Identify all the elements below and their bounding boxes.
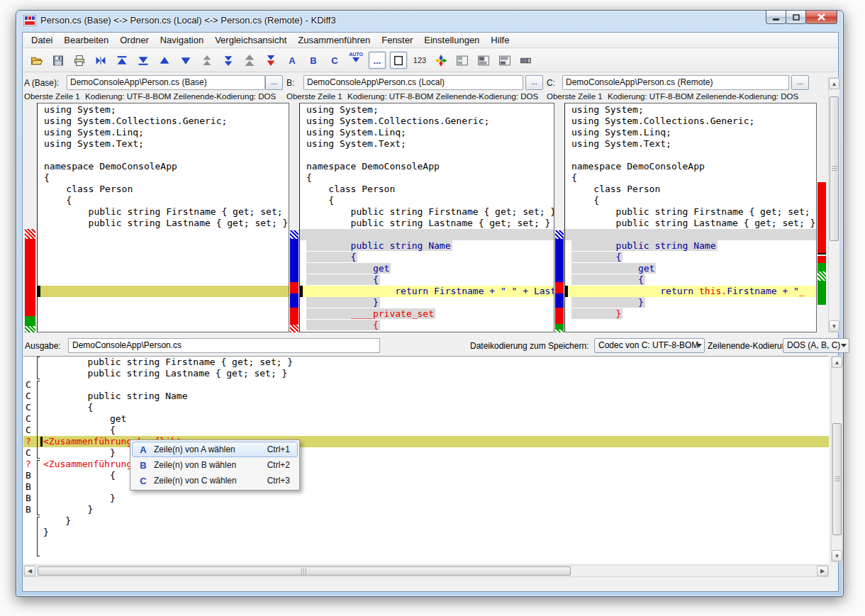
code-line: [38, 274, 289, 286]
menu-item-datei[interactable]: Datei: [26, 33, 58, 47]
next-conflict-icon[interactable]: [220, 52, 237, 69]
split-view-c-icon[interactable]: [496, 52, 513, 69]
scroll-up-arrow[interactable]: ▲: [829, 78, 839, 89]
merge-vertical-scrollbar[interactable]: ▲ ▼: [831, 356, 843, 562]
code-line: {: [38, 195, 289, 206]
code-line: class Person: [300, 184, 554, 195]
output-row: Ausgabe: DemoConsoleApp\Person.cs Dateik…: [23, 337, 838, 355]
menu-item-navigation[interactable]: Navigation: [155, 33, 209, 47]
next-unsolved-conflict-icon[interactable]: [262, 52, 279, 69]
prev-unsolved-conflict-icon[interactable]: [241, 52, 258, 69]
code-line: using System.Collections.Generic;: [565, 116, 816, 127]
menu-item-einstellungen[interactable]: Einstellungen: [418, 33, 485, 47]
merge-line[interactable]: C {: [23, 425, 829, 436]
pane-b-path-input[interactable]: DemoConsoleApp\Person.cs (Local): [303, 75, 523, 90]
context-menu-item-choose-b[interactable]: BZeile(n) von B wählenCtrl+2: [132, 457, 298, 473]
toggle-split-icon[interactable]: [518, 52, 535, 69]
show-line-numbers-icon[interactable]: 123: [411, 52, 428, 69]
merge-source-marker: C: [26, 413, 35, 425]
choose-a-icon[interactable]: A: [284, 52, 301, 69]
pane-a-browse-button[interactable]: ...: [265, 75, 283, 90]
pane-a-content[interactable]: using System;using System.Collections.Ge…: [37, 103, 289, 332]
save-icon[interactable]: [50, 52, 67, 69]
merge-line[interactable]: public string Lastname { get; set; }: [23, 368, 829, 379]
minimize-button[interactable]: [766, 11, 786, 24]
merge-line[interactable]: C {: [23, 402, 829, 413]
auto-advance-icon[interactable]: AUTO: [347, 52, 364, 69]
context-menu-item-choose-c[interactable]: CZeile(n) von C wählenCtrl+3: [132, 473, 298, 488]
update-diff-icon[interactable]: [432, 52, 450, 69]
prev-delta-icon[interactable]: [156, 52, 173, 69]
choose-c-icon[interactable]: C: [326, 52, 343, 69]
merge-source-marker: C: [26, 425, 35, 436]
save-encoding-label: Dateikodierung zum Speichern:: [470, 341, 588, 351]
pane-a-path-input[interactable]: DemoConsoleApp\Person.cs (Base): [67, 75, 265, 90]
overview-segment: [555, 282, 564, 293]
menu-item-zusammenfhren[interactable]: Zusammenführen: [292, 33, 376, 47]
split-view-a-icon[interactable]: [454, 52, 471, 69]
scrollbar-thumb[interactable]: [830, 96, 839, 241]
pane-b-browse-button[interactable]: ...: [525, 75, 543, 90]
code-line: namespace DemoConsoleApp: [565, 161, 816, 172]
merge-line[interactable]: }: [23, 527, 829, 538]
split-view-b-icon[interactable]: [475, 52, 492, 69]
save-encoding-dropdown[interactable]: Codec von C: UTF-8-BOM: [594, 338, 705, 353]
code-line: {: [565, 252, 816, 263]
pane-b-content[interactable]: using System;using System.Collections.Ge…: [299, 103, 554, 332]
line-end-dropdown[interactable]: DOS (A, B, C): [783, 338, 849, 353]
overview-segment: [25, 239, 35, 316]
next-delta-icon[interactable]: [177, 52, 194, 69]
overview-segment: [290, 239, 298, 282]
output-path-input[interactable]: DemoConsoleApp\Person.cs: [68, 338, 380, 353]
scrollbar-thumb[interactable]: [38, 566, 571, 576]
overview-segment: [817, 263, 826, 271]
menu-item-bearbeiten[interactable]: Bearbeiten: [58, 33, 114, 47]
title-bar[interactable]: Person.cs (Base) <-> Person.cs (Local) <…: [16, 11, 843, 30]
merge-line[interactable]: public string Firstname { get; set; }: [23, 357, 829, 368]
merge-line[interactable]: C: [23, 379, 829, 391]
overview-column-c[interactable]: [817, 103, 826, 332]
overview-column-left[interactable]: [25, 103, 35, 332]
merge-line[interactable]: B }: [23, 504, 829, 515]
diff-vertical-scrollbar[interactable]: ▲ ▼: [828, 77, 840, 332]
scrollbar-thumb[interactable]: [832, 423, 842, 535]
pane-c-browse-button[interactable]: ...: [791, 75, 809, 90]
overview-column-b[interactable]: [555, 103, 564, 332]
merge-line[interactable]: C get: [23, 413, 829, 425]
window-title: Person.cs (Base) <-> Person.cs (Local) <…: [40, 15, 336, 26]
scroll-left-arrow[interactable]: ◀: [24, 566, 35, 576]
scroll-right-arrow[interactable]: ▶: [817, 566, 828, 576]
menu-item-hilfe[interactable]: Hilfe: [485, 33, 515, 47]
topline-info: Oberste Zeile 1: [24, 92, 80, 101]
pane-c-content[interactable]: using System;using System.Collections.Ge…: [564, 103, 817, 332]
menu-item-fenster[interactable]: Fenster: [376, 33, 418, 47]
diff-area: using System;using System.Collections.Ge…: [23, 103, 838, 332]
pane-c-path-input[interactable]: DemoConsoleApp\Person.cs (Remote): [562, 75, 789, 90]
prev-conflict-icon[interactable]: [199, 52, 216, 69]
menu-item-vergleichsansicht[interactable]: Vergleichsansicht: [209, 33, 292, 47]
scroll-up-arrow[interactable]: ▲: [832, 357, 842, 368]
merge-line[interactable]: B }: [23, 493, 829, 504]
show-whitespace-icon[interactable]: [390, 52, 407, 69]
open-icon[interactable]: [28, 52, 45, 69]
print-icon[interactable]: [71, 52, 88, 69]
scroll-down-arrow[interactable]: ▼: [829, 320, 839, 332]
go-current-delta-icon[interactable]: [92, 52, 109, 69]
merge-line[interactable]: }: [23, 515, 829, 527]
choose-b-icon[interactable]: B: [305, 52, 322, 69]
overview-segment: [555, 293, 564, 308]
code-line: [300, 150, 554, 161]
maximize-button[interactable]: [786, 11, 806, 24]
context-menu-item-choose-a[interactable]: AZeile(n) von A wählenCtrl+1: [132, 442, 298, 457]
last-delta-icon[interactable]: [135, 52, 152, 69]
first-delta-icon[interactable]: [113, 52, 130, 69]
overview-column-a[interactable]: [290, 103, 298, 332]
code-line: using System;: [300, 104, 554, 116]
merge-line[interactable]: C public string Name: [23, 391, 829, 402]
horizontal-scrollbar[interactable]: ◀ ▶: [23, 565, 829, 577]
scroll-down-arrow[interactable]: ▼: [832, 550, 842, 561]
code-line: {: [38, 172, 289, 184]
menu-item-ordner[interactable]: Ordner: [114, 33, 154, 47]
show-whitespace-characters-icon[interactable]: ...: [369, 52, 386, 69]
close-button[interactable]: [805, 11, 837, 24]
